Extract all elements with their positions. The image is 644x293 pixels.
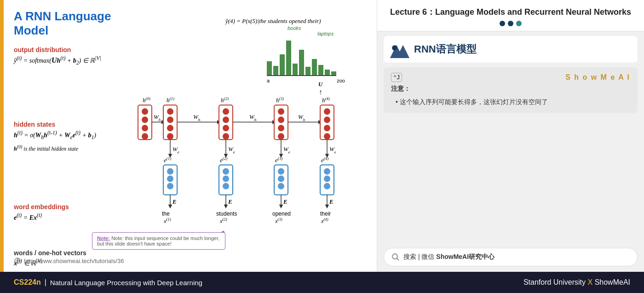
bar-zoo-label: zoo <box>337 78 345 83</box>
bar-chart-bars <box>267 37 336 76</box>
h3-c1 <box>278 108 284 115</box>
note-prefix: Note: <box>97 235 110 241</box>
bar-9 <box>318 65 323 75</box>
e1-c1 <box>167 168 173 175</box>
bar-4 <box>286 41 291 75</box>
h4-label: h(4) <box>322 96 330 104</box>
e3-c1 <box>278 168 284 175</box>
dot-2 <box>508 21 513 26</box>
E-label-3: E <box>283 198 288 205</box>
E-label-1: E <box>172 198 177 205</box>
e1-c3 <box>167 183 173 189</box>
rnn-card: RNN语言模型 <box>384 36 638 63</box>
note-bullet-text: 这个输入序列可能要长得多，这张幻灯片没有空间了 <box>400 98 548 105</box>
hidden-states-section: hidden states h(t) = σ(Whh(t-1) + Wee(t)… <box>14 121 129 152</box>
e2-c1 <box>223 168 229 175</box>
h2-c1 <box>223 108 229 115</box>
x1-label: x(1) <box>163 217 171 224</box>
url-text: http://www.showmeai.tech/tutorials/36 <box>24 258 124 264</box>
e3-c2 <box>278 176 284 182</box>
bar-11 <box>331 71 336 75</box>
e2-label: e(2) <box>220 156 227 164</box>
h2-c4 <box>223 133 229 140</box>
top-equation: ŷ(4) = P(x(5)|the students opened their) <box>225 18 321 25</box>
url-icon <box>14 257 21 264</box>
right-spacer <box>377 113 644 242</box>
h0-c1 <box>142 108 148 115</box>
bar-10 <box>325 70 330 75</box>
wh-label-2: Wh <box>249 113 257 122</box>
hidden-states-label: hidden states <box>14 121 129 128</box>
lecture-dots <box>386 21 635 26</box>
showmeai-bottom: ShowMeAI <box>595 278 630 286</box>
wh-label-3: Wh <box>298 113 305 122</box>
word-their: their <box>320 211 331 217</box>
svg-line-5 <box>397 258 399 261</box>
h3-c4 <box>278 133 284 140</box>
bottom-bar: CS224n | Natural Language Processing wit… <box>0 272 644 293</box>
note-title: 注意： <box>391 85 630 93</box>
word-embeddings-formula: e(t) = Ex(t) <box>14 212 129 222</box>
stanford-label: Stanford University <box>523 278 586 286</box>
e1-label: e(1) <box>164 156 171 164</box>
bottom-separator: | <box>45 278 46 287</box>
dot-1 <box>500 21 505 26</box>
bar-7 <box>305 67 310 75</box>
x2-label: x(2) <box>219 217 227 224</box>
search-bar[interactable]: 搜索 | 微信 ShowMeAI研究中心 <box>384 248 638 266</box>
h2-c2 <box>223 117 229 123</box>
h0-c3 <box>142 125 148 131</box>
E-label-4: E <box>329 198 334 205</box>
note-box: Note: Note: this input sequence could be… <box>92 232 225 250</box>
bar-2 <box>273 66 278 75</box>
bottom-description: Natural Language Processing with Deep Le… <box>50 279 202 287</box>
e3-label: e(3) <box>275 156 282 164</box>
h2-label: h(2) <box>221 96 229 104</box>
h0-c4 <box>142 133 148 140</box>
slide-title: A RNN Language Model <box>14 9 129 38</box>
bottom-left: CS224n | Natural Language Processing wit… <box>14 278 202 287</box>
hidden-states-formula1: h(t) = σ(Whh(t-1) + Wee(t) + b1) <box>14 130 129 140</box>
h4-c3 <box>324 125 330 131</box>
e4-c3 <box>324 183 330 189</box>
bottom-right: Stanford University X ShowMeAI <box>523 278 630 287</box>
h3-label: h(3) <box>276 96 284 104</box>
h3-c2 <box>278 117 284 123</box>
rnn-label: RNN语言模型 <box>414 42 477 56</box>
word-embeddings-label: word embeddings <box>14 203 129 211</box>
word-embeddings-section: word embeddings e(t) = Ex(t) <box>14 203 129 222</box>
h3-c3 <box>278 125 284 131</box>
right-panel: Lecture 6：Language Models and Recurrent … <box>377 0 644 272</box>
e1-c2 <box>167 176 173 182</box>
h1-c2 <box>167 117 173 123</box>
h2-c3 <box>223 125 229 131</box>
hidden-states-formula2: h(0) is the initial hidden state <box>14 144 129 152</box>
showmeai-label: S h o w M e A I <box>406 73 630 82</box>
h1-c4 <box>167 133 173 140</box>
wh-label-0: Wh <box>154 113 161 122</box>
rnn-diagram-svg: h(0) Wh h(1) Wh h(2) <box>129 92 373 249</box>
word-students: students <box>216 211 237 217</box>
words-label: words / one-hot vectors <box>14 249 129 257</box>
bar-6 <box>299 50 304 75</box>
output-dist-label: output distribution <box>14 46 129 53</box>
laptops-label: laptops <box>317 31 334 36</box>
x4-label: x(4) <box>321 217 328 224</box>
E-label-2: E <box>228 198 232 205</box>
e3-c3 <box>278 183 284 189</box>
we-label-3: We <box>283 146 290 154</box>
note-card-icon: ⌃J <box>391 73 402 82</box>
bar-1 <box>267 61 272 75</box>
slide-area: A RNN Language Model output distribution… <box>0 0 377 272</box>
h4-c2 <box>324 117 330 123</box>
x-label: X <box>588 278 595 286</box>
search-prefix: 搜索 | 微信 <box>403 253 436 260</box>
search-icon <box>391 253 400 261</box>
h4-c1 <box>324 108 330 115</box>
h4-c4 <box>324 133 330 140</box>
note-card-header: ⌃J S h o w M e A I <box>391 73 630 82</box>
rnn-icon <box>390 41 409 58</box>
svg-point-4 <box>392 254 397 259</box>
note-card: ⌃J S h o w M e A I 注意： • 这个输入序列可能要长得多，这张… <box>384 67 638 112</box>
note-content: • 这个输入序列可能要长得多，这张幻灯片没有空间了 <box>391 97 630 107</box>
